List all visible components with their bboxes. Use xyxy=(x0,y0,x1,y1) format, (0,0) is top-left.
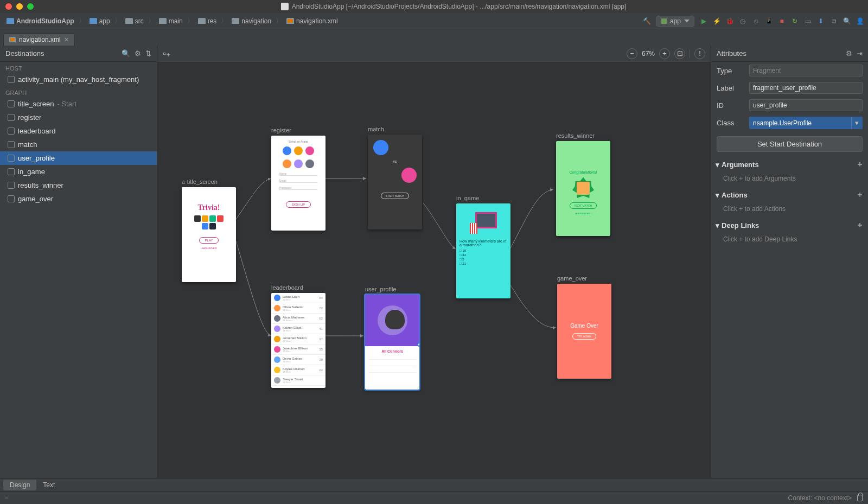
node-label: match xyxy=(368,126,422,132)
deeplinks-section[interactable]: ▾Deep Links＋ xyxy=(711,217,868,233)
breadcrumb-item[interactable]: app xyxy=(87,16,112,26)
zoom-window-button[interactable] xyxy=(27,3,34,10)
destination-list-item[interactable]: title_screen - Start xyxy=(0,97,157,111)
sync-icon[interactable]: ↻ xyxy=(791,17,799,25)
add-action-icon[interactable]: ＋ xyxy=(856,190,864,200)
editor-mode-tabs: Design Text xyxy=(0,478,868,491)
navigation-canvas[interactable]: ⌂title_screen Trivia! PLAY LEADERBOARD xyxy=(157,62,711,478)
module-icon xyxy=(90,18,97,24)
destinations-title: Destinations xyxy=(5,49,44,58)
design-tab[interactable]: Design xyxy=(3,480,36,490)
breadcrumb-item[interactable]: navigation xyxy=(229,16,273,26)
id-field[interactable] xyxy=(749,99,863,111)
add-deeplink-icon[interactable]: ＋ xyxy=(856,220,864,230)
xml-file-icon xyxy=(9,37,16,42)
arguments-section[interactable]: ▾Arguments＋ xyxy=(711,156,868,173)
fragment-icon xyxy=(8,100,15,107)
node-label: ⌂title_screen xyxy=(182,178,236,185)
minimize-panel-icon[interactable]: ⇥ xyxy=(857,49,863,58)
run-icon[interactable]: ▶ xyxy=(700,17,707,25)
canvas-toolbar: ▫₊ − 67% + ⊡ ! xyxy=(157,46,711,62)
breadcrumb-item[interactable]: AndroidStudioApp xyxy=(4,16,76,26)
attributes-title: Attributes xyxy=(717,49,746,58)
destination-list-item[interactable]: match xyxy=(0,138,157,151)
project-icon xyxy=(7,18,14,24)
avd-manager-icon[interactable]: ▭ xyxy=(804,17,812,25)
set-start-destination-button[interactable]: Set Start Destination xyxy=(717,136,863,152)
context-label[interactable]: Context: <no context> xyxy=(788,494,852,502)
destination-list-item[interactable]: user_profile xyxy=(0,151,157,165)
close-window-button[interactable] xyxy=(5,3,12,10)
zoom-out-button[interactable]: − xyxy=(627,48,637,59)
destination-list-item[interactable]: results_winner xyxy=(0,178,157,192)
attach-debugger-icon[interactable]: ⎋ xyxy=(752,17,760,25)
fragment-icon xyxy=(8,141,15,148)
host-item[interactable]: activity_main (my_nav_host_fragment) xyxy=(0,73,157,86)
search-icon[interactable]: 🔍 xyxy=(122,49,130,58)
gear-icon[interactable]: ⚙ xyxy=(846,49,852,58)
folder-icon xyxy=(198,18,206,24)
label-field[interactable] xyxy=(749,82,863,94)
actions-section[interactable]: ▾Actions＋ xyxy=(711,187,868,203)
destination-leaderboard[interactable]: Lucas Leon14 Wins84Olivia Sollento14 Win… xyxy=(271,293,326,388)
class-field[interactable] xyxy=(749,117,851,129)
node-label: register xyxy=(271,127,326,133)
folder-icon xyxy=(125,18,133,24)
breadcrumb-item[interactable]: main xyxy=(157,16,185,26)
destination-title-screen[interactable]: Trivia! PLAY LEADERBOARD xyxy=(182,187,236,282)
fragment-icon xyxy=(8,155,15,162)
destination-results-winner[interactable]: Congratulations! NEXT MATCH LEADERBOARD xyxy=(556,141,610,236)
device-icon[interactable]: 📱 xyxy=(765,17,773,25)
debug-icon[interactable]: 🐞 xyxy=(726,17,733,25)
node-label: results_winner xyxy=(556,132,610,139)
add-destination-icon[interactable]: ▫₊ xyxy=(163,48,170,59)
destination-list-item[interactable]: in_game xyxy=(0,165,157,178)
search-everywhere-icon[interactable]: 🔍 xyxy=(843,17,851,25)
folder-icon xyxy=(159,18,167,24)
destination-in-game[interactable]: How many kilometers are in a marathon? □… xyxy=(456,203,510,298)
zoom-level: 67% xyxy=(642,50,655,58)
destinations-panel: Destinations 🔍 ⚙ ⇅ HOST activity_main (m… xyxy=(0,46,157,478)
sdk-manager-icon[interactable]: ⬇ xyxy=(817,17,825,25)
destination-list-item[interactable]: game_over xyxy=(0,192,157,206)
destination-user-profile[interactable]: Ali Connors xyxy=(365,295,419,390)
apply-changes-icon[interactable]: ⚡ xyxy=(713,17,720,25)
document-icon xyxy=(281,3,289,10)
node-label: in_game xyxy=(456,195,510,201)
home-icon: ⌂ xyxy=(182,178,186,185)
action-handle[interactable] xyxy=(417,342,419,347)
destination-list-item[interactable]: leaderboard xyxy=(0,124,157,138)
destination-match[interactable]: vs START MATCH xyxy=(368,135,422,229)
sort-icon[interactable]: ⇅ xyxy=(145,49,151,58)
add-argument-icon[interactable]: ＋ xyxy=(856,160,864,169)
class-dropdown-icon[interactable]: ▾ xyxy=(851,117,863,129)
breadcrumb-item[interactable]: src xyxy=(123,16,146,26)
profile-icon[interactable]: ◷ xyxy=(739,17,746,25)
chevron-down-icon xyxy=(684,20,690,22)
breadcrumb-item[interactable]: res xyxy=(196,16,219,26)
user-icon[interactable]: 👤 xyxy=(856,17,864,25)
zoom-in-button[interactable]: + xyxy=(659,48,670,59)
run-config-dropdown[interactable]: app xyxy=(656,16,694,27)
breadcrumb-bar: AndroidStudioApp〉 app〉 src〉 main〉 res〉 n… xyxy=(0,13,868,29)
fragment-icon xyxy=(8,114,15,121)
fragment-icon xyxy=(8,127,15,135)
text-tab[interactable]: Text xyxy=(36,480,61,490)
file-tab[interactable]: navigation.xml ✕ xyxy=(3,33,75,46)
destination-register[interactable]: Select an Avatar Name Email Password SIG… xyxy=(271,136,326,231)
status-icon[interactable]: ▫ xyxy=(5,494,8,502)
layout-inspector-icon[interactable]: ⧉ xyxy=(830,17,838,25)
lock-icon[interactable] xyxy=(857,495,863,501)
warnings-icon[interactable]: ! xyxy=(694,48,705,59)
stop-icon[interactable]: ■ xyxy=(778,17,786,25)
close-tab-icon[interactable]: ✕ xyxy=(64,36,69,43)
zoom-fit-button[interactable]: ⊡ xyxy=(674,48,685,59)
fragment-icon xyxy=(8,182,15,189)
make-project-icon[interactable]: 🔨 xyxy=(643,17,651,25)
android-icon xyxy=(661,18,667,24)
gear-icon[interactable]: ⚙ xyxy=(135,49,141,58)
breadcrumb-item[interactable]: navigation.xml xyxy=(284,16,340,26)
destination-game-over[interactable]: Game Over TRY AGAIN xyxy=(557,284,611,379)
destination-list-item[interactable]: register xyxy=(0,111,157,124)
minimize-window-button[interactable] xyxy=(16,3,23,10)
